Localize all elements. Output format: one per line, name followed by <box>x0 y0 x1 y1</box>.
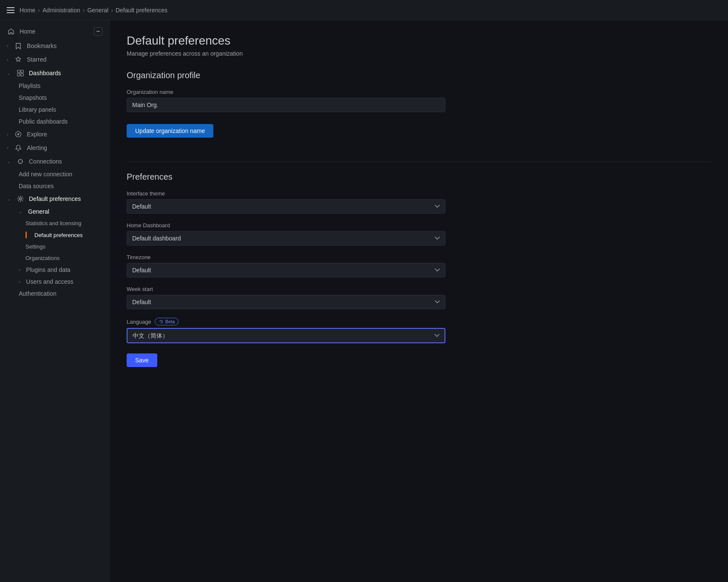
chevron-connections: ⌄ <box>7 159 10 164</box>
sidebar-item-statistics[interactable]: Statistics and licensing <box>25 218 109 229</box>
sidebar-label-public-dashboards: Public dashboards <box>19 118 68 125</box>
chevron-explore: › <box>7 132 8 137</box>
bell-icon <box>14 144 23 151</box>
sidebar-item-public-dashboards[interactable]: Public dashboards <box>19 116 109 127</box>
svg-rect-2 <box>21 70 23 73</box>
timezone-label: Timezone <box>127 254 711 260</box>
svg-rect-4 <box>21 73 23 76</box>
sidebar-item-library-panels[interactable]: Library panels <box>19 104 109 116</box>
sidebar-item-dashboards[interactable]: ⌄ Dashboards <box>0 66 109 80</box>
interface-theme-group: Interface theme Default Dark Light <box>127 190 711 214</box>
chevron-bookmarks: › <box>7 44 8 48</box>
plug-icon <box>16 158 25 165</box>
chevron-dashboards: ⌄ <box>7 71 10 76</box>
sidebar-label-home: Home <box>20 28 35 35</box>
topbar: Home › Administration › General › Defaul… <box>0 0 728 20</box>
dashboards-submenu: Playlists Snapshots Library panels Publi… <box>0 80 109 127</box>
sidebar-label-playlists: Playlists <box>19 82 40 89</box>
sidebar-label-snapshots: Snapshots <box>19 94 47 101</box>
page-title: Default preferences <box>127 34 711 48</box>
update-org-name-button[interactable]: Update organization name <box>127 124 213 138</box>
sidebar-item-plugins-data[interactable]: › Plugins and data <box>19 264 109 276</box>
org-name-group: Organization name <box>127 89 711 112</box>
breadcrumb-administration[interactable]: Administration <box>42 7 80 14</box>
week-start-select[interactable]: Default Saturday Sunday Monday <box>127 295 445 309</box>
general-submenu: Statistics and licensing Default prefere… <box>19 218 109 264</box>
gear-icon <box>16 195 25 202</box>
chevron-general: ⌄ <box>19 209 22 214</box>
timezone-group: Timezone Default UTC Browser Time <box>127 254 711 277</box>
sidebar-item-default-preferences[interactable]: Default preferences <box>25 229 109 241</box>
sidebar-item-snapshots[interactable]: Snapshots <box>19 92 109 104</box>
sidebar-label-data-sources: Data sources <box>19 183 54 189</box>
interface-theme-select[interactable]: Default Dark Light <box>127 199 445 214</box>
sidebar-label-users-access: Users and access <box>26 278 73 285</box>
interface-theme-label: Interface theme <box>127 190 711 197</box>
breadcrumb-current: Default preferences <box>116 7 167 14</box>
chevron-users: › <box>19 280 20 284</box>
svg-rect-0 <box>96 31 100 32</box>
save-button[interactable]: Save <box>127 353 157 367</box>
week-start-label: Week start <box>127 286 711 292</box>
save-section: Save <box>127 353 711 367</box>
sidebar-label-bookmarks: Bookmarks <box>27 42 57 49</box>
chevron-alerting: › <box>7 146 8 150</box>
sidebar-label-dashboards: Dashboards <box>29 70 61 76</box>
administration-submenu: ⌄ General Statistics and licensing Defau… <box>0 206 109 299</box>
language-label: Language <box>127 319 151 325</box>
sidebar-item-settings[interactable]: Settings <box>25 241 109 252</box>
sidebar-label-settings: Settings <box>25 243 45 250</box>
collapse-btn-home[interactable] <box>94 27 102 36</box>
sidebar-item-users-access[interactable]: › Users and access <box>19 276 109 288</box>
sidebar-item-connections[interactable]: ⌄ Connections <box>0 155 109 168</box>
language-select[interactable]: Default English 中文（简体） Deutsch Español F… <box>127 328 445 343</box>
home-icon <box>7 28 15 35</box>
svg-point-8 <box>161 322 161 323</box>
sidebar-label-default-preferences: Default preferences <box>34 232 82 238</box>
grid-icon <box>16 70 25 76</box>
menu-toggle[interactable] <box>7 7 14 13</box>
sidebar-item-data-sources[interactable]: Data sources <box>19 180 109 192</box>
sidebar-item-explore[interactable]: › Explore <box>0 127 109 141</box>
breadcrumb: Home › Administration › General › Defaul… <box>20 7 167 14</box>
beta-badge: Beta <box>155 318 179 325</box>
sidebar-item-organizations[interactable]: Organizations <box>25 252 109 264</box>
svg-point-7 <box>20 198 22 200</box>
sidebar-label-library-panels: Library panels <box>19 106 56 113</box>
chevron-administration: ⌄ <box>7 197 10 201</box>
chevron-plugins: › <box>19 268 20 272</box>
org-name-input[interactable] <box>127 98 445 112</box>
preferences-title: Preferences <box>127 172 711 182</box>
sidebar-label-plugins-data: Plugins and data <box>26 266 70 273</box>
connections-submenu: Add new connection Data sources <box>0 168 109 192</box>
sidebar-item-alerting[interactable]: › Alerting <box>0 141 109 155</box>
sidebar-label-starred: Starred <box>27 56 46 63</box>
org-name-label: Organization name <box>127 89 711 95</box>
sidebar-item-general[interactable]: ⌄ General <box>19 206 109 218</box>
sidebar-item-bookmarks[interactable]: › Bookmarks <box>0 39 109 53</box>
breadcrumb-home[interactable]: Home <box>20 7 35 14</box>
svg-rect-3 <box>17 73 20 76</box>
home-dashboard-select[interactable]: Default dashboard <box>127 231 445 246</box>
home-dashboard-label: Home Dashboard <box>127 222 711 229</box>
sidebar-item-administration[interactable]: ⌄ Default preferences <box>0 192 109 206</box>
compass-icon <box>14 131 23 138</box>
breadcrumb-general[interactable]: General <box>87 7 108 14</box>
sidebar-item-authentication[interactable]: Authentication <box>19 288 109 299</box>
sidebar: Home › Bookmarks › Starred <box>0 20 110 582</box>
sidebar-label-connections: Connections <box>29 158 62 165</box>
home-dashboard-group: Home Dashboard Default dashboard <box>127 222 711 246</box>
sidebar-label-explore: Explore <box>27 131 47 138</box>
sidebar-item-home[interactable]: Home <box>0 24 109 39</box>
language-group: Language Beta Default English 中文（简体） Deu… <box>127 318 711 343</box>
timezone-select[interactable]: Default UTC Browser Time <box>127 263 445 277</box>
sidebar-label-organizations: Organizations <box>25 255 59 261</box>
bookmark-icon <box>14 42 23 49</box>
sidebar-label-administration: Default preferences <box>29 195 81 202</box>
star-icon <box>14 56 23 63</box>
sidebar-item-add-connection[interactable]: Add new connection <box>19 168 109 180</box>
sidebar-item-starred[interactable]: › Starred <box>0 53 109 66</box>
sidebar-label-statistics: Statistics and licensing <box>25 220 82 226</box>
sidebar-item-playlists[interactable]: Playlists <box>19 80 109 92</box>
page-subtitle: Manage preferences across an organizatio… <box>127 50 711 57</box>
